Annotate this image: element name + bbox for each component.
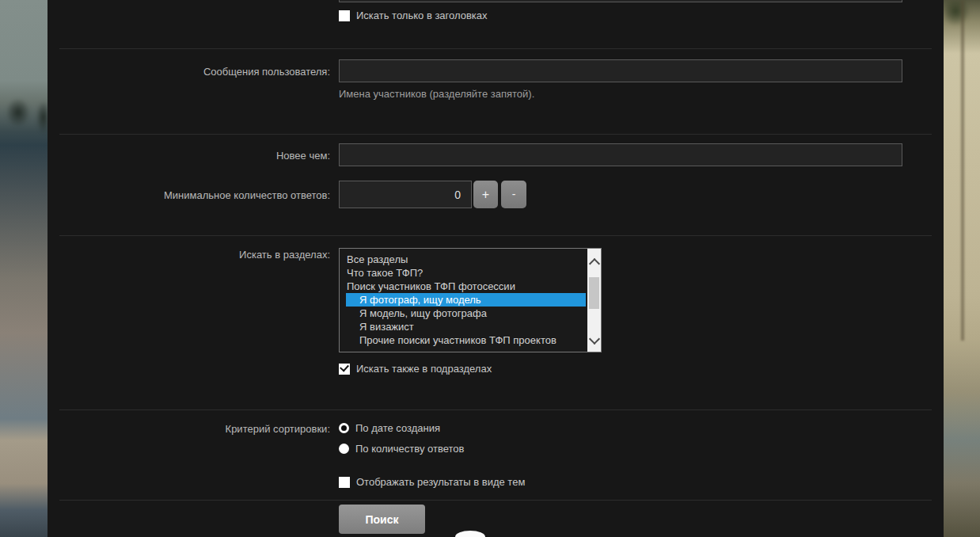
list-item[interactable]: Что такое ТФП?	[346, 266, 586, 280]
min-replies-label: Минимальное количество ответов:	[47, 189, 330, 202]
scrollbar-thumb[interactable]	[589, 277, 599, 309]
palm-trunk	[961, 0, 964, 341]
sort-replies-radio[interactable]	[339, 444, 349, 454]
separator	[59, 500, 932, 501]
separator	[59, 48, 932, 49]
user-messages-input[interactable]	[339, 59, 902, 82]
bottom-white-circle	[455, 531, 485, 537]
sort-label: Критерий сортировки:	[47, 423, 330, 436]
user-messages-hint: Имена участников (разделяйте запятой).	[339, 88, 534, 100]
newer-than-label: Новее чем:	[47, 150, 330, 162]
chevron-down-icon[interactable]	[589, 333, 600, 345]
min-replies-value: 0	[454, 189, 461, 201]
sort-option-replies-row[interactable]: По количеству ответов	[339, 443, 464, 455]
background-photo-left	[0, 0, 47, 537]
list-item[interactable]: Поиск участников ТФП фотосессии	[346, 280, 586, 293]
palm-silhouettes	[0, 91, 47, 139]
results-as-topics-checkbox[interactable]	[339, 477, 350, 488]
subforums-label: Искать также в подразделах	[356, 363, 492, 375]
list-item[interactable]: Я модель, ищу фотографа	[346, 307, 586, 320]
subforums-row[interactable]: Искать также в подразделах	[339, 363, 492, 375]
forums-label: Искать в разделах:	[47, 249, 330, 261]
results-as-topics-row[interactable]: Отображать результаты в виде тем	[339, 476, 525, 488]
list-item[interactable]: Я визажист	[346, 320, 586, 333]
search-form-panel: Искать только в заголовках Сообщения пол…	[47, 0, 944, 537]
user-messages-label: Сообщения пользователя:	[47, 66, 330, 78]
increment-button[interactable]: +	[473, 181, 498, 208]
decrement-button[interactable]: -	[501, 181, 526, 208]
list-item[interactable]: Все разделы	[346, 253, 586, 266]
listbox-scrollbar[interactable]	[587, 249, 601, 352]
search-submit-button[interactable]: Поиск	[339, 505, 425, 534]
sort-option-date-row[interactable]: По дате создания	[339, 422, 440, 434]
list-item[interactable]: Прочие поиски участников ТФП проектов	[346, 333, 586, 347]
search-keywords-input[interactable]	[339, 0, 902, 2]
titles-only-label: Искать только в заголовках	[356, 10, 488, 21]
newer-than-input[interactable]	[339, 143, 902, 166]
sort-date-radio[interactable]	[339, 423, 349, 433]
sort-date-label: По дате создания	[355, 422, 440, 434]
separator	[59, 409, 932, 410]
separator	[59, 235, 932, 236]
results-as-topics-label: Отображать результаты в виде тем	[356, 476, 525, 488]
list-item-selected[interactable]: Я фотограф, ищу модель	[346, 293, 586, 307]
sort-replies-label: По количеству ответов	[355, 443, 464, 455]
forums-listbox[interactable]: Все разделы Что такое ТФП? Поиск участни…	[339, 248, 602, 352]
background-photo-right	[944, 0, 980, 537]
titles-only-checkbox[interactable]	[339, 10, 350, 21]
forums-options: Все разделы Что такое ТФП? Поиск участни…	[340, 253, 586, 347]
separator	[59, 134, 932, 135]
chevron-up-icon[interactable]	[589, 258, 600, 269]
subforums-checkbox[interactable]	[339, 364, 350, 375]
titles-only-row[interactable]: Искать только в заголовках	[339, 10, 488, 21]
min-replies-input[interactable]: 0	[339, 181, 472, 208]
